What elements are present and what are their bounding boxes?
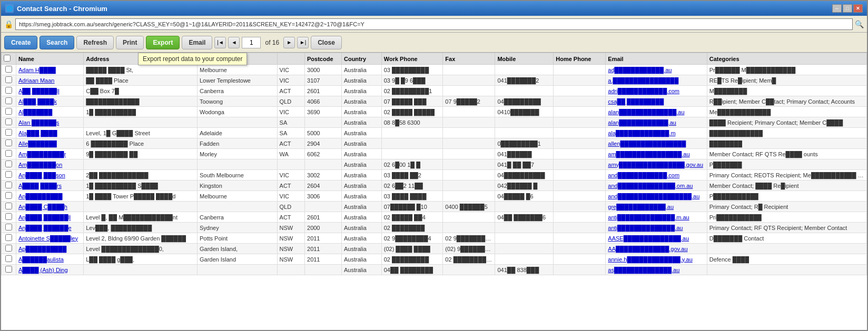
row-checkbox[interactable] xyxy=(2,159,16,170)
row-checkbox[interactable] xyxy=(2,202,16,212)
header-name[interactable]: Name xyxy=(16,53,83,65)
row-checkbox[interactable] xyxy=(2,254,16,265)
url-input[interactable] xyxy=(15,18,853,30)
header-mobile[interactable]: Mobile xyxy=(495,53,554,65)
row-checkbox[interactable] xyxy=(2,149,16,159)
cell-email[interactable]: ala█████████████.m xyxy=(606,128,707,138)
cell-name[interactable]: Ap██████████ xyxy=(16,244,83,254)
cell-fax xyxy=(443,128,495,138)
cell-email[interactable]: amy████████████████.gov.au xyxy=(606,159,707,170)
cell-name[interactable]: Am█████████r xyxy=(16,149,83,159)
row-checkbox[interactable] xyxy=(2,223,16,233)
create-button[interactable]: Create xyxy=(4,36,37,49)
cell-name[interactable]: A████ ████rs xyxy=(16,180,83,191)
row-checkbox[interactable] xyxy=(2,96,16,107)
cell-name[interactable]: Antoinette S█████ley xyxy=(16,233,83,244)
header-categories[interactable]: Categories xyxy=(707,53,866,65)
header-state[interactable] xyxy=(277,53,304,65)
cell-name[interactable]: An█████████ xyxy=(16,191,83,202)
cell-name[interactable]: An████ C████h xyxy=(16,202,83,212)
row-checkbox[interactable] xyxy=(2,170,16,180)
cell-email[interactable]: adri████████████.com xyxy=(606,86,707,96)
cell-email[interactable]: a.████████████████ xyxy=(606,75,707,86)
row-checkbox[interactable] xyxy=(2,180,16,191)
email-button[interactable]: Email xyxy=(182,36,212,49)
cell-email[interactable]: gre████████████.au xyxy=(606,202,707,212)
cell-name[interactable]: Adriaan Maan xyxy=(16,75,83,86)
first-page-button[interactable]: |◄ xyxy=(214,37,226,48)
last-page-button[interactable]: ►| xyxy=(297,37,309,48)
cell-country: Australia xyxy=(341,149,381,159)
row-checkbox[interactable] xyxy=(2,128,16,138)
cell-address: 9█ ████████ ██ xyxy=(84,149,198,159)
cell-city: Sydney xyxy=(197,223,277,233)
cell-categories: Me█████████████ xyxy=(707,107,866,117)
cell-workphone: 02 ████████ xyxy=(381,223,443,233)
prev-page-button[interactable]: ◄ xyxy=(228,37,240,48)
cell-name[interactable]: An████ ██████e xyxy=(16,223,83,233)
close-button[interactable]: Close xyxy=(311,36,342,49)
row-checkbox[interactable] xyxy=(2,86,16,96)
row-checkbox[interactable] xyxy=(2,65,16,75)
header-workphone[interactable]: Work Phone xyxy=(381,53,443,65)
cell-mobile xyxy=(495,65,554,75)
cell-email[interactable]: anti██████████████.au xyxy=(606,223,707,233)
cell-email[interactable]: ad████████████.au xyxy=(606,65,707,75)
close-window-button[interactable]: ✕ xyxy=(853,4,863,13)
cell-postcode: 2011 xyxy=(305,244,342,254)
cell-name[interactable]: Alle███████ xyxy=(16,138,83,149)
table-container[interactable]: Name Address Postcode Country Work Phone… xyxy=(1,53,867,330)
header-postcode[interactable]: Postcode xyxy=(305,53,342,65)
row-checkbox[interactable] xyxy=(2,233,16,244)
header-homephone[interactable]: Home Phone xyxy=(554,53,606,65)
search-button[interactable]: Search xyxy=(40,36,74,49)
header-checkbox[interactable] xyxy=(2,53,16,65)
cell-name[interactable]: A██████aulista xyxy=(16,254,83,265)
cell-email[interactable]: anti██████████████.m.au xyxy=(606,212,707,223)
row-checkbox[interactable] xyxy=(2,75,16,86)
cell-name[interactable]: Al███████ xyxy=(16,107,83,117)
cell-name[interactable]: Am███████on xyxy=(16,159,83,170)
cell-name[interactable]: A██ ██████ll xyxy=(16,86,83,96)
cell-name[interactable]: Al███ ████k xyxy=(16,96,83,107)
cell-name[interactable]: Alan ██████s xyxy=(16,117,83,128)
page-number-input[interactable] xyxy=(242,37,261,48)
cell-email[interactable]: alan████████████.au xyxy=(606,117,707,128)
cell-name[interactable]: An████ ███son xyxy=(16,170,83,180)
row-checkbox[interactable] xyxy=(2,117,16,128)
table-row: An████ ██████eLev███, ██████████SydneyNS… xyxy=(2,223,867,233)
cell-name[interactable]: An████ ██████ll xyxy=(16,212,83,223)
cell-email[interactable]: and██████████████████.au xyxy=(606,191,707,202)
cell-email[interactable]: allen████████████████ xyxy=(606,138,707,149)
cell-city: South Melbourne xyxy=(197,170,277,180)
cell-email[interactable]: and██████████████.om.au xyxy=(606,180,707,191)
cell-name[interactable]: A████ (Ash) Ding xyxy=(16,265,83,275)
row-checkbox[interactable] xyxy=(2,212,16,223)
cell-name[interactable]: Ala███ ████ xyxy=(16,128,83,138)
refresh-button[interactable]: Refresh xyxy=(76,36,114,49)
cell-email[interactable]: and████████████.com xyxy=(606,170,707,180)
print-button[interactable]: Print xyxy=(116,36,144,49)
cell-name[interactable]: Adam H████ xyxy=(16,65,83,75)
header-email[interactable]: Email xyxy=(606,53,707,65)
cell-email[interactable]: AA█████████████.gov.au xyxy=(606,244,707,254)
cell-email[interactable]: annie.h█████████████.y.au xyxy=(606,254,707,265)
select-all-checkbox[interactable] xyxy=(4,55,11,62)
cell-email[interactable]: as██████████████.au xyxy=(606,265,707,275)
maximize-button[interactable]: □ xyxy=(843,4,852,13)
minimize-button[interactable]: ─ xyxy=(832,4,842,13)
export-button[interactable]: Export xyxy=(146,36,180,49)
header-fax[interactable]: Fax xyxy=(443,53,495,65)
row-checkbox[interactable] xyxy=(2,107,16,117)
row-checkbox[interactable] xyxy=(2,191,16,202)
row-checkbox[interactable] xyxy=(2,265,16,275)
header-country[interactable]: Country xyxy=(341,53,381,65)
next-page-button[interactable]: ► xyxy=(283,37,295,48)
cell-email[interactable]: alan██████████████.au xyxy=(606,107,707,117)
row-checkbox[interactable] xyxy=(2,138,16,149)
row-checkbox[interactable] xyxy=(2,244,16,254)
browser-search-icon[interactable]: 🔍 xyxy=(855,20,864,28)
cell-email[interactable]: am████████████████.au xyxy=(606,149,707,159)
cell-email[interactable]: csa██ █████████ xyxy=(606,96,707,107)
cell-email[interactable]: AASE██████████████.au xyxy=(606,233,707,244)
